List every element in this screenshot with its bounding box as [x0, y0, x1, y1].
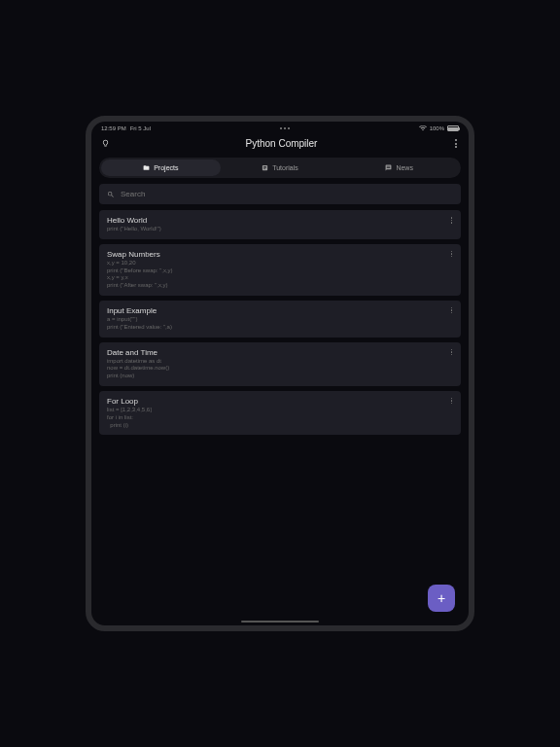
tablet-frame: 12:59 PM Fri 5 Jul 100% Python Compiler … — [86, 116, 474, 631]
project-title: For Loop — [107, 397, 453, 406]
tab-news[interactable]: News — [339, 160, 459, 176]
search-bar[interactable] — [99, 184, 461, 204]
project-card[interactable]: Input Examplea = input("") print ("Enter… — [99, 301, 461, 338]
project-title: Input Example — [107, 306, 453, 315]
tab-bar: Projects Tutorials News — [99, 158, 461, 178]
project-card[interactable]: Swap Numbersx,y = 10,20 print ("Before s… — [99, 244, 461, 296]
project-title: Swap Numbers — [107, 250, 453, 259]
add-project-button[interactable]: + — [428, 585, 455, 612]
plus-icon: + — [438, 590, 445, 606]
status-camera-indicator — [280, 127, 290, 129]
status-bar: 12:59 PM Fri 5 Jul 100% — [91, 122, 469, 133]
project-menu-button[interactable] — [449, 249, 455, 260]
header-menu-button[interactable] — [453, 137, 459, 150]
search-input[interactable] — [121, 190, 453, 198]
tab-projects[interactable]: Projects — [101, 160, 221, 176]
project-code-preview: print ("Hello, World!") — [107, 226, 453, 233]
project-code-preview: import datetime as dt now = dt.datetime.… — [107, 358, 453, 380]
app-header: Python Compiler — [91, 133, 469, 158]
project-menu-button[interactable] — [449, 347, 455, 358]
project-title: Hello World — [107, 216, 453, 225]
project-code-preview: x,y = 10,20 print ("Before swap: ",x,y) … — [107, 260, 453, 290]
status-date: Fri 5 Jul — [130, 125, 151, 131]
news-icon — [385, 164, 392, 171]
project-card[interactable]: Hello Worldprint ("Hello, World!") — [99, 210, 461, 239]
folder-icon — [143, 164, 150, 171]
project-card[interactable]: For Looplist = [1,2,3,4,5,6] for i in li… — [99, 391, 461, 435]
battery-icon — [447, 125, 459, 131]
tips-icon[interactable] — [101, 139, 110, 148]
project-card[interactable]: Date and Timeimport datetime as dt now =… — [99, 342, 461, 386]
project-menu-button[interactable] — [449, 396, 455, 407]
tab-tutorials-label: Tutorials — [272, 164, 298, 171]
book-icon — [262, 164, 268, 171]
project-menu-button[interactable] — [449, 215, 455, 226]
home-indicator[interactable] — [241, 621, 319, 623]
search-icon — [107, 191, 115, 198]
tab-tutorials[interactable]: Tutorials — [221, 160, 340, 176]
battery-percent: 100% — [430, 125, 444, 131]
wifi-icon — [419, 125, 427, 131]
tab-news-label: News — [396, 164, 413, 171]
project-code-preview: a = input("") print ("Entered value: ",a… — [107, 316, 453, 332]
project-menu-button[interactable] — [449, 305, 455, 316]
tab-projects-label: Projects — [154, 164, 178, 171]
project-code-preview: list = [1,2,3,4,5,6] for i in list: prin… — [107, 407, 453, 429]
app-title: Python Compiler — [246, 138, 318, 149]
status-time: 12:59 PM — [101, 125, 126, 131]
project-title: Date and Time — [107, 348, 453, 357]
